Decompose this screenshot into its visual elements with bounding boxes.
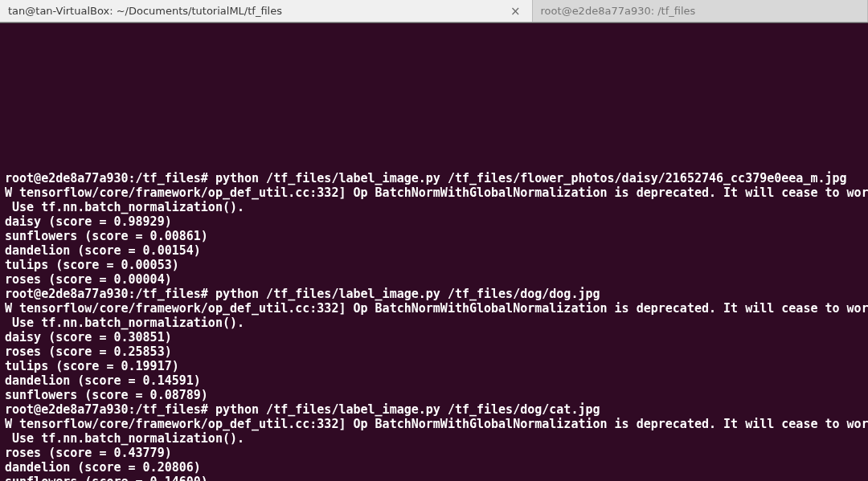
terminal-spacer: [5, 55, 865, 142]
terminal-line: dandelion (score = 0.00154): [5, 243, 865, 258]
tab-title-active: tan@tan-VirtualBox: ~/Documents/tutorial…: [8, 5, 282, 17]
terminal-line: roses (score = 0.43779): [5, 446, 865, 460]
tab-inactive[interactable]: root@e2de8a77a930: /tf_files: [533, 0, 868, 22]
tab-bar: tan@tan-VirtualBox: ~/Documents/tutorial…: [0, 0, 868, 22]
terminal-line: daisy (score = 0.98929): [5, 214, 865, 229]
terminal-line: dandelion (score = 0.20806): [5, 460, 865, 475]
terminal-line: W tensorflow/core/framework/op_def_util.…: [5, 301, 865, 316]
tab-title-inactive: root@e2de8a77a930: /tf_files: [541, 5, 696, 17]
terminal-line: tulips (score = 0.00053): [5, 258, 865, 272]
terminal-line: root@e2de8a77a930:/tf_files# python /tf_…: [5, 171, 865, 185]
terminal-line: W tensorflow/core/framework/op_def_util.…: [5, 417, 865, 431]
terminal-line: Use tf.nn.batch_normalization().: [5, 200, 865, 214]
terminal-lines: root@e2de8a77a930:/tf_files# python /tf_…: [5, 171, 865, 481]
terminal-line: daisy (score = 0.30851): [5, 330, 865, 344]
terminal-output[interactable]: root@e2de8a77a930:/tf_files# python /tf_…: [0, 22, 868, 481]
tab-active[interactable]: tan@tan-VirtualBox: ~/Documents/tutorial…: [0, 0, 533, 22]
terminal-line: roses (score = 0.00004): [5, 272, 865, 287]
close-icon[interactable]: ×: [507, 4, 524, 18]
terminal-line: root@e2de8a77a930:/tf_files# python /tf_…: [5, 287, 865, 301]
terminal-line: Use tf.nn.batch_normalization().: [5, 316, 865, 330]
terminal-line: sunflowers (score = 0.08789): [5, 388, 865, 402]
terminal-line: W tensorflow/core/framework/op_def_util.…: [5, 185, 865, 200]
terminal-line: roses (score = 0.25853): [5, 344, 865, 359]
terminal-line: dandelion (score = 0.14591): [5, 373, 865, 388]
terminal-line: sunflowers (score = 0.14600): [5, 475, 865, 481]
terminal-line: tulips (score = 0.19917): [5, 359, 865, 373]
terminal-line: sunflowers (score = 0.00861): [5, 229, 865, 243]
terminal-line: Use tf.nn.batch_normalization().: [5, 431, 865, 446]
terminal-line: root@e2de8a77a930:/tf_files# python /tf_…: [5, 402, 865, 417]
